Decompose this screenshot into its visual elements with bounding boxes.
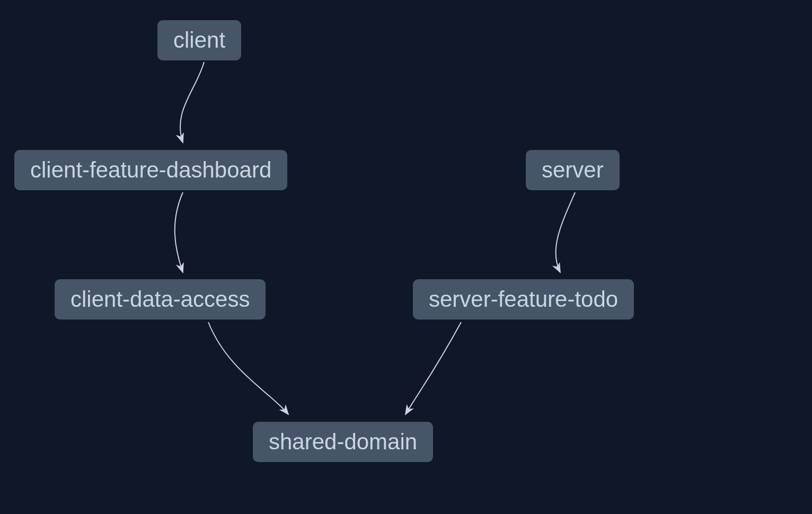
node-server: server xyxy=(526,150,620,190)
node-client-data-access: client-data-access xyxy=(55,279,266,320)
node-client: client xyxy=(157,20,241,60)
edge-client-to-dashboard xyxy=(180,62,204,143)
edge-data-access-to-shared-domain xyxy=(208,322,288,414)
edge-dashboard-to-data-access xyxy=(175,192,183,272)
node-shared-domain: shared-domain xyxy=(253,422,433,462)
edge-feature-todo-to-shared-domain xyxy=(405,322,461,414)
node-server-feature-todo: server-feature-todo xyxy=(413,279,634,320)
node-client-feature-dashboard: client-feature-dashboard xyxy=(14,150,287,190)
edge-server-to-feature-todo xyxy=(556,192,575,272)
